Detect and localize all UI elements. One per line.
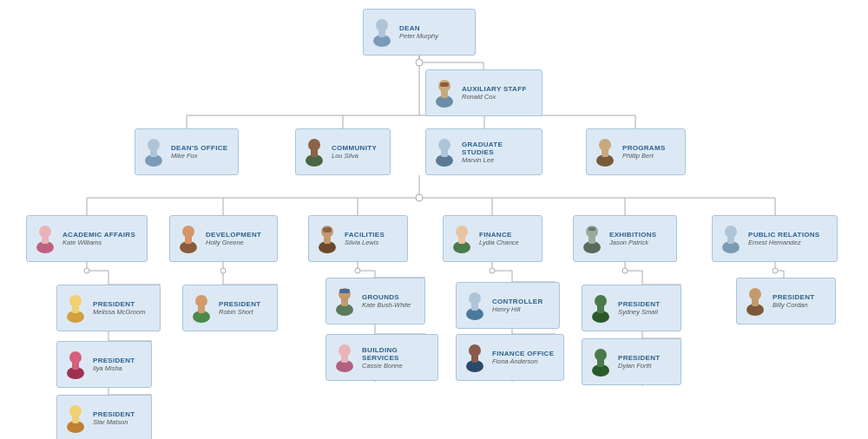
node-finance-title: FINANCE <box>479 231 519 239</box>
node-president4[interactable]: PRESIDENT Star Matson <box>56 395 152 439</box>
svg-rect-87 <box>589 235 595 244</box>
svg-rect-79 <box>323 227 332 233</box>
avatar-programs <box>592 136 618 167</box>
svg-rect-80 <box>324 235 331 244</box>
node-academic-title: ACADEMIC AFFAIRS <box>62 231 135 239</box>
node-community[interactable]: COMMUNITY Lou Silva <box>295 128 391 175</box>
svg-rect-85 <box>589 227 595 231</box>
node-finance-office[interactable]: FINANCE OFFICE Fiona Anderson <box>456 334 564 381</box>
svg-rect-54 <box>378 29 385 37</box>
node-auxiliary-name: Ronald Cox <box>462 93 527 101</box>
svg-rect-76 <box>185 235 192 244</box>
svg-point-46 <box>84 268 89 273</box>
node-finance-name: Lydia Chance <box>479 239 519 246</box>
node-dean-text: DEAN Peter Murphy <box>399 24 438 40</box>
avatar-grounds <box>332 285 358 317</box>
node-president6-text: PRESIDENT Billy Cordan <box>773 293 815 309</box>
avatar-president4 <box>62 403 89 434</box>
svg-rect-109 <box>752 298 759 306</box>
svg-rect-106 <box>597 305 604 313</box>
svg-rect-100 <box>341 298 348 306</box>
node-finance-office-name: Fiona Anderson <box>492 357 554 365</box>
node-exhibitions[interactable]: EXHIBITIONS Jason Patrick <box>573 215 677 262</box>
node-president2-title: PRESIDENT <box>219 300 261 308</box>
avatar-finance-office <box>462 342 488 373</box>
node-president1-title: PRESIDENT <box>93 300 145 308</box>
svg-point-47 <box>220 268 226 273</box>
svg-rect-58 <box>441 89 448 98</box>
avatar-president7 <box>588 346 614 377</box>
node-deans-office-title: DEAN'S OFFICE <box>171 144 227 152</box>
node-auxiliary[interactable]: AUXILIARY STAFF Ronald Cox <box>425 69 542 116</box>
node-finance-text: FINANCE Lydia Chance <box>479 231 519 246</box>
svg-rect-83 <box>458 235 465 244</box>
node-president3[interactable]: PRESIDENT Ilya Misha <box>56 341 152 388</box>
svg-rect-70 <box>602 148 608 157</box>
avatar-academic <box>32 223 58 254</box>
svg-rect-103 <box>471 302 478 311</box>
node-dean-name: Peter Murphy <box>399 32 438 40</box>
svg-rect-96 <box>198 305 205 313</box>
node-president7-title: PRESIDENT <box>618 354 661 362</box>
node-grounds-title: GROUNDS <box>362 293 411 301</box>
svg-point-49 <box>490 268 495 273</box>
svg-rect-56 <box>440 82 449 87</box>
node-development[interactable]: DEVELOPMENT Holly Greene <box>169 215 278 262</box>
avatar-finance <box>449 223 475 254</box>
node-president2-text: PRESIDENT Robin Short <box>219 300 261 316</box>
org-chart: DEAN Peter Murphy AUXILIARY STAFF Ronald… <box>0 0 868 439</box>
node-development-title: DEVELOPMENT <box>206 231 261 239</box>
node-controller-text: CONTROLLER Henry Hill <box>492 298 543 313</box>
node-president5[interactable]: PRESIDENT Sydney Small <box>582 285 681 331</box>
node-building-services[interactable]: BUILDING SERVICES Cassie Bonne <box>326 334 438 381</box>
node-facilities[interactable]: FACILITIES Silvia Lewis <box>308 215 408 262</box>
node-president5-text: PRESIDENT Sydney Small <box>618 300 661 316</box>
svg-rect-121 <box>597 358 604 367</box>
node-building-services-text: BUILDING SERVICES Cassie Bonne <box>362 346 432 370</box>
svg-rect-118 <box>471 354 478 363</box>
svg-point-45 <box>416 194 423 201</box>
node-president2[interactable]: PRESIDENT Robin Short <box>182 285 278 331</box>
node-academic[interactable]: ACADEMIC AFFAIRS Kate Williams <box>26 215 148 262</box>
node-exhibitions-title: EXHIBITIONS <box>609 231 656 239</box>
node-graduate[interactable]: GRADUATE STUDIES Marvin Lee <box>425 128 542 175</box>
node-deans-office[interactable]: DEAN'S OFFICE Mike Fox <box>135 128 239 175</box>
node-president7[interactable]: PRESIDENT Dylan Forth <box>582 338 681 385</box>
avatar-president2 <box>188 292 214 324</box>
avatar-deans-office <box>141 136 167 167</box>
node-graduate-title: GRADUATE STUDIES <box>462 141 536 156</box>
node-president3-name: Ilya Misha <box>93 364 135 372</box>
node-exhibitions-name: Jason Patrick <box>609 239 656 246</box>
svg-rect-64 <box>311 148 318 157</box>
svg-point-50 <box>622 268 628 273</box>
node-graduate-text: GRADUATE STUDIES Marvin Lee <box>462 141 536 164</box>
svg-rect-67 <box>441 148 448 157</box>
node-finance-office-title: FINANCE OFFICE <box>492 350 554 357</box>
node-grounds-name: Kate Bush-White <box>362 301 411 309</box>
node-president6-name: Billy Cordan <box>773 301 815 309</box>
node-controller[interactable]: CONTROLLER Henry Hill <box>456 282 560 329</box>
node-finance[interactable]: FINANCE Lydia Chance <box>443 215 542 262</box>
node-public-relations[interactable]: PUBLIC RELATIONS Ernest Hernandez <box>712 215 838 262</box>
node-exhibitions-text: EXHIBITIONS Jason Patrick <box>609 231 656 246</box>
svg-rect-98 <box>339 289 350 293</box>
node-president6-title: PRESIDENT <box>773 293 815 301</box>
node-community-text: COMMUNITY Lou Silva <box>332 144 377 160</box>
node-dean-title: DEAN <box>399 24 438 32</box>
node-dean[interactable]: DEAN Peter Murphy <box>363 9 476 56</box>
node-programs[interactable]: PROGRAMS Phillip Bert <box>586 128 686 175</box>
svg-rect-73 <box>42 235 49 244</box>
node-programs-name: Phillip Bert <box>622 152 666 160</box>
svg-rect-93 <box>72 305 79 313</box>
node-president7-name: Dylan Forth <box>618 362 661 370</box>
node-auxiliary-title: AUXILIARY STAFF <box>462 85 527 93</box>
svg-point-51 <box>773 268 778 273</box>
svg-point-48 <box>355 268 360 273</box>
node-president1[interactable]: PRESIDENT Melissa McGroom <box>56 285 161 331</box>
node-president6[interactable]: PRESIDENT Billy Cordan <box>736 278 836 324</box>
node-president4-title: PRESIDENT <box>93 410 135 418</box>
node-grounds[interactable]: GROUNDS Kate Bush-White <box>326 278 425 324</box>
avatar-community <box>301 136 327 167</box>
avatar-controller <box>462 290 488 321</box>
node-development-text: DEVELOPMENT Holly Greene <box>206 231 261 246</box>
